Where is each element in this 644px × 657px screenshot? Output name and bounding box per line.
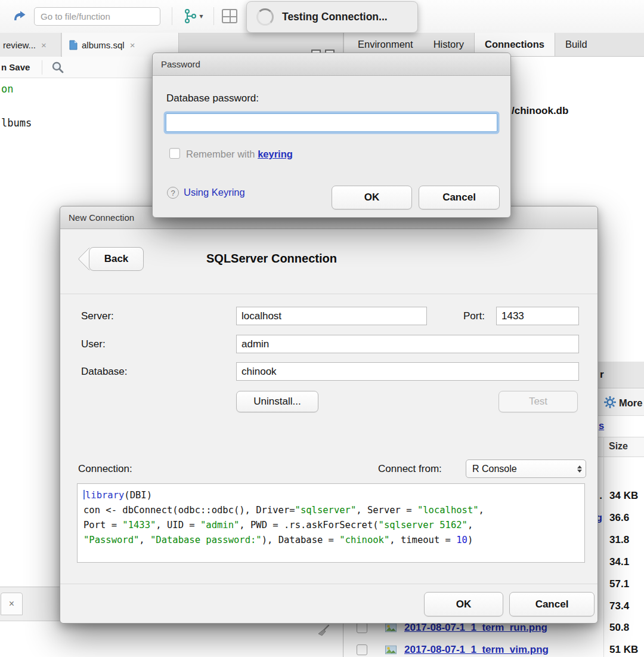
remember-checkbox[interactable] <box>169 148 180 159</box>
connect-from-select[interactable]: R Console <box>466 459 586 478</box>
tab-preview[interactable]: review... × <box>0 33 61 57</box>
connection-db-path: /chinook.db <box>512 105 568 117</box>
text-cursor <box>83 490 85 499</box>
toolbar-divider <box>42 60 42 75</box>
search-icon[interactable] <box>51 61 64 74</box>
file-size: 50.8 <box>609 622 629 634</box>
close-icon[interactable]: × <box>9 599 14 609</box>
connect-from-label: Connect from: <box>378 463 442 475</box>
divider <box>60 294 597 294</box>
sql-code-fragment: lbums <box>1 117 32 129</box>
tab-label: albums.sql <box>82 40 125 50</box>
help-icon[interactable]: ? <box>167 187 179 199</box>
file-size: 36.6 <box>609 512 629 524</box>
tab-label: review... <box>3 40 36 50</box>
preview-on-save-label: n Save <box>1 62 30 72</box>
divider <box>60 584 597 584</box>
port-input[interactable] <box>496 307 579 325</box>
select-value: R Console <box>472 464 517 474</box>
dialog-title: Password <box>161 59 200 69</box>
file-checkbox[interactable] <box>357 644 367 655</box>
image-file-icon <box>385 645 397 654</box>
size-column-header[interactable]: Size <box>609 441 628 452</box>
connection-label: Connection: <box>78 463 132 475</box>
remember-label: Remember with keyring <box>186 149 293 160</box>
file-checkbox[interactable] <box>357 622 367 633</box>
code-line: "Password", "Database password:"), Datab… <box>83 533 578 548</box>
dialog-title: New Connection <box>69 212 134 223</box>
user-label: User: <box>81 338 106 350</box>
database-input[interactable] <box>236 362 579 381</box>
file-size: 34 KB <box>609 490 638 502</box>
using-keyring-link[interactable]: Using Keyring <box>184 187 245 198</box>
git-branch-icon <box>183 8 197 24</box>
connection-cancel-button[interactable]: Cancel <box>509 592 595 616</box>
close-icon[interactable]: × <box>130 40 135 50</box>
code-line: library(DBI) <box>83 488 578 503</box>
file-size: 57.1 <box>609 578 629 590</box>
toolbar-divider <box>213 7 214 25</box>
version-control-button[interactable]: ▾ <box>179 7 208 25</box>
back-label: Back <box>104 253 129 265</box>
user-input[interactable] <box>236 335 579 353</box>
file-row[interactable]: 2017-08-07-1_1_term_vim.png 51 KB <box>343 639 644 657</box>
breadcrumb-fragment[interactable]: s <box>599 420 604 431</box>
port-label: Port: <box>463 310 485 322</box>
password-cancel-button[interactable]: Cancel <box>419 186 500 209</box>
testing-connection-toast: Testing Connection... <box>246 1 418 33</box>
gear-icon[interactable] <box>603 396 617 409</box>
file-size: 31.8 <box>609 534 629 546</box>
test-button[interactable]: Test <box>499 391 578 412</box>
connection-heading: SQLServer Connection <box>206 252 337 266</box>
spinner-icon <box>256 8 274 26</box>
close-icon[interactable]: × <box>41 40 47 50</box>
password-dialog: Password Database password: Remember wit… <box>152 53 511 218</box>
dialog-titlebar[interactable]: Password <box>153 53 510 76</box>
sql-comment-fragment: on <box>1 83 13 95</box>
pane-layout-icon[interactable] <box>222 9 237 23</box>
sql-file-icon <box>69 40 78 50</box>
code-line: Port = "1433", UID = "admin", PWD = .rs.… <box>83 518 578 533</box>
toast-text: Testing Connection... <box>282 11 388 23</box>
connection-ok-button[interactable]: OK <box>424 592 503 616</box>
image-file-icon <box>385 623 397 632</box>
new-connection-dialog: New Connection Back SQLServer Connection… <box>60 206 598 624</box>
clear-console-broom-icon[interactable] <box>317 624 330 637</box>
back-button[interactable]: Back <box>89 247 144 271</box>
chevron-down-icon: ▾ <box>199 12 203 20</box>
remember-prefix: Remember with <box>186 149 255 159</box>
console-tab[interactable]: × <box>1 593 23 615</box>
tab-build[interactable]: Build <box>555 33 597 56</box>
uninstall-button[interactable]: Uninstall... <box>236 391 318 412</box>
database-label: Database: <box>81 366 128 378</box>
select-arrows-icon <box>577 465 582 473</box>
goto-file-input[interactable] <box>34 7 160 26</box>
file-link[interactable]: 2017-08-07-1_1_term_vim.png <box>404 644 549 656</box>
rstudio-window: ▾ Testing Connection... review... × albu… <box>0 0 644 657</box>
password-ok-button[interactable]: OK <box>332 186 412 209</box>
password-input[interactable] <box>166 113 497 132</box>
curved-arrow-icon <box>13 10 27 22</box>
more-button[interactable]: More <box>619 397 642 409</box>
server-input[interactable] <box>236 307 427 325</box>
file-size: 34.1 <box>609 556 629 568</box>
keyring-link[interactable]: keyring <box>258 149 293 159</box>
file-size: 73.4 <box>609 600 629 612</box>
goto-arrow-icon[interactable] <box>10 7 30 25</box>
toolbar-divider <box>172 7 172 25</box>
file-size: 51 KB <box>609 644 638 656</box>
database-password-label: Database password: <box>166 92 259 104</box>
tab-viewer-fragment[interactable]: r <box>600 369 604 381</box>
code-line: con <- dbConnect(odbc::odbc(), Driver="s… <box>83 503 578 518</box>
server-label: Server: <box>81 310 114 322</box>
connection-code-preview[interactable]: library(DBI)con <- dbConnect(odbc::odbc(… <box>77 483 585 563</box>
